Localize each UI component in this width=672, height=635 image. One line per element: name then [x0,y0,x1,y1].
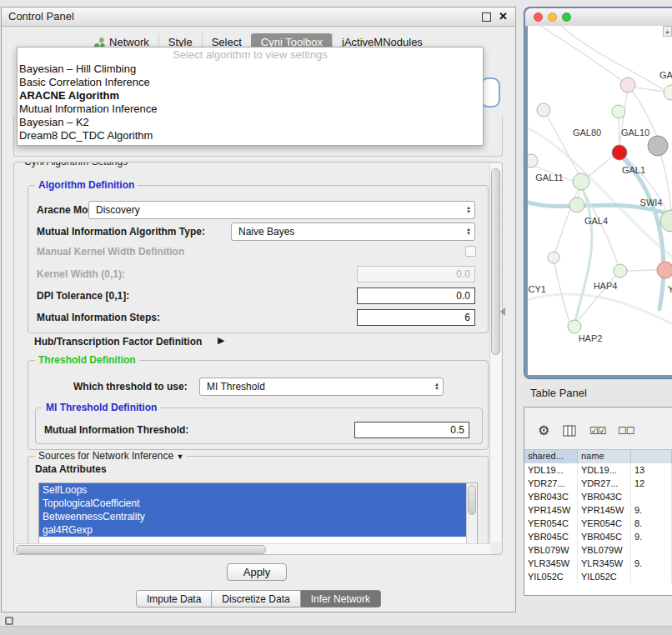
tab-discretize-data[interactable]: Discretize Data [212,590,300,608]
hub-section-label[interactable]: Hub/Transcription Factor Definition [34,336,202,348]
table-row[interactable]: YBL079WYBL079W [524,543,672,557]
tab-infer-network[interactable]: Infer Network [301,590,381,608]
deselect-all-checkboxes-icon[interactable]: ☐☐ [618,425,634,437]
algorithm-option[interactable]: Bayesian – Hill Climbing [18,62,483,76]
table-cell [631,543,672,557]
network-node[interactable] [548,252,559,263]
control-panel-window: Control Panel ✕ Network Style Select Cyn… [1,7,516,612]
table-cell: 12 [631,477,672,490]
network-node-label: GAL11 [535,172,563,182]
aracne-mode-select[interactable]: Discovery ▲▼ [88,201,475,219]
attribute-item-selected[interactable]: BetweennessCentrality [39,510,467,523]
settings-horizontal-scrollbar[interactable] [15,543,490,555]
table-row[interactable]: YPR145WYPR145W9. [524,503,672,517]
table-row[interactable]: YDL19...YDL19...13 [524,463,672,477]
hub-collapsed-icon[interactable]: ▶ [218,335,224,346]
mi-steps-field[interactable] [357,309,475,326]
network-node[interactable] [573,173,589,190]
manual-kernel-checkbox[interactable] [465,246,476,257]
window-title: Control Panel [8,8,74,26]
float-window-icon[interactable] [482,12,491,22]
zoom-traffic-light-icon[interactable] [562,12,571,22]
mi-threshold-field[interactable] [354,422,469,438]
algorithm-option[interactable]: Basic Correlation Inference [18,76,483,89]
scrollbar-thumb[interactable] [16,545,266,554]
table-cell: 13 [631,463,672,477]
columns-icon[interactable] [563,425,576,439]
control-panel-titlebar[interactable]: Control Panel ✕ [2,8,515,27]
table-row[interactable]: YIL052CYIL052C [524,570,672,583]
combo-arrows-icon: ▲▼ [434,382,439,391]
table-cell: YBL079W [524,543,578,557]
algorithm-option-selected[interactable]: ARACNE Algorithm [18,89,483,102]
splitter-collapse-icon[interactable] [500,308,505,316]
table-cell: 9. [631,530,672,543]
network-node[interactable] [612,105,625,118]
data-attributes-label: Data Attributes [35,463,107,475]
table-cell: 8. [631,517,672,530]
table-panel-title: Table Panel [530,387,587,399]
mi-type-value: Naive Bayes [238,223,294,240]
network-node-label: GAL [659,70,672,80]
network-canvas[interactable]: GAL80GAL10GAL11GAL1SWI4GAL4GCY1HAP4HAP2G… [528,26,672,375]
network-node[interactable] [528,154,538,168]
tab-impute-data[interactable]: Impute Data [136,590,212,608]
network-node[interactable] [657,262,672,278]
network-edge [528,294,672,326]
canvas-scroll-up-icon[interactable]: ▲ [663,26,672,37]
gear-icon[interactable]: ⚙ [538,422,549,438]
close-traffic-light-icon[interactable] [534,12,543,22]
network-node[interactable] [620,78,635,92]
attribute-list-scrollbar[interactable] [466,483,477,543]
scrollbar-thumb[interactable] [491,168,500,355]
network-node[interactable] [537,103,550,117]
minimize-traffic-light-icon[interactable] [548,12,557,22]
network-node[interactable] [568,320,581,333]
select-all-checkboxes-icon[interactable]: ☑☑ [589,425,606,437]
network-node[interactable] [664,85,672,100]
network-node[interactable] [612,145,627,160]
apply-button[interactable]: Apply [227,563,287,581]
settings-group-title: Cyni Algorithm Settings [21,162,131,168]
table-row[interactable]: YBR045CYBR045C9. [524,530,672,543]
column-header[interactable] [631,450,672,464]
mi-threshold-group-title: MI Threshold Definition [43,402,160,413]
table-cell: YBR043C [578,490,631,503]
table-cell: YPR145W [578,503,631,517]
cyni-settings-group: Cyni Algorithm Settings Algorithm Defini… [13,162,503,555]
table-row[interactable]: YBR043CYBR043C [524,490,672,503]
threshold-definition-title: Threshold Definition [35,354,139,366]
algorithm-option[interactable]: Bayesian – K2 [18,116,483,129]
network-node[interactable] [614,264,627,278]
table-row[interactable]: YDR27...YDR27...12 [524,477,672,490]
sources-group-title[interactable]: Sources for Network Inference ▼ [35,450,187,462]
attribute-item-selected[interactable]: gal4RGexp [39,523,467,537]
network-node-label: HAP4 [594,281,618,291]
column-header[interactable]: shared... [524,450,578,464]
mi-type-select[interactable]: Naive Bayes ▲▼ [231,222,475,241]
table-cell: 9. [631,557,672,570]
data-attributes-list[interactable]: SelfLoops TopologicalCoefficient Between… [38,482,478,544]
network-window-titlebar[interactable] [525,8,672,27]
algorithm-option[interactable]: Mutual Information Inference [18,102,483,116]
restore-panel-icon[interactable] [5,617,13,625]
attribute-item-selected[interactable]: TopologicalCoefficient [39,497,467,510]
network-node[interactable] [569,198,584,212]
table-row[interactable]: YER054CYER054C8. [524,517,672,530]
table-cell: YDL19... [578,463,631,477]
network-edge [621,156,664,309]
close-icon[interactable]: ✕ [499,9,508,24]
algorithm-option[interactable]: Dream8 DC_TDC Algorithm [18,129,483,142]
table-cell: YDL19... [524,463,578,477]
column-header[interactable]: name [578,450,631,464]
network-node[interactable] [648,136,668,156]
kernel-width-label: Kernel Width (0,1): [37,268,125,280]
dpi-tolerance-field[interactable] [357,288,475,304]
mi-type-label: Mutual Information Algorithm Type: [37,226,205,238]
scrollbar-thumb[interactable] [468,485,476,515]
table-cell [631,570,672,583]
which-threshold-select[interactable]: MI Threshold ▲▼ [199,378,444,396]
table-row[interactable]: YLR345WYLR345W9. [524,557,672,570]
settings-vertical-scrollbar[interactable] [489,163,501,542]
attribute-item-selected[interactable]: SelfLoops [39,483,467,497]
